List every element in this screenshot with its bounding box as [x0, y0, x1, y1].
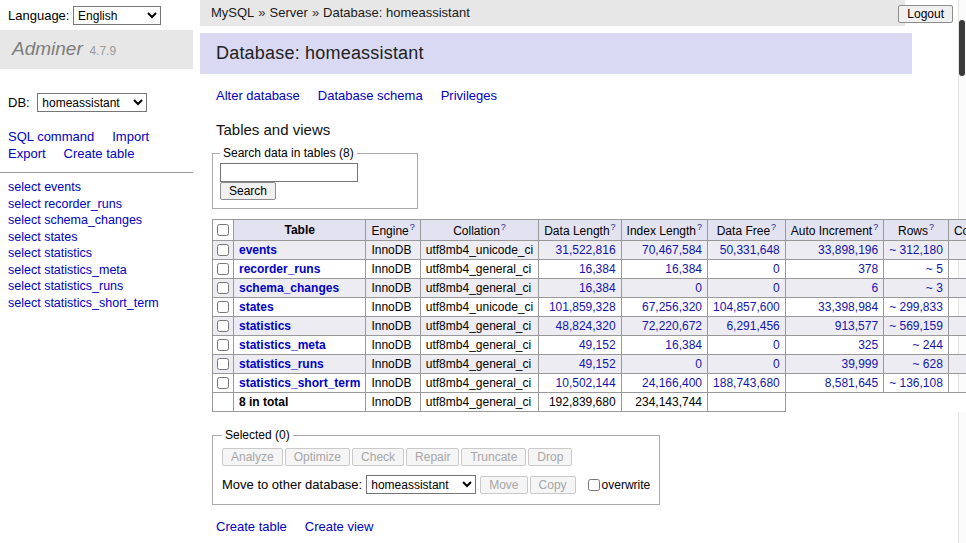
sidebar-item-create-table[interactable]: Create table: [64, 146, 135, 161]
analyze-button[interactable]: Analyze: [222, 448, 283, 466]
logout-button[interactable]: Logout: [898, 5, 953, 23]
col-header-data-length: Data Length?: [539, 220, 621, 241]
move-db-select[interactable]: homeassistant: [366, 475, 476, 494]
col-header-label: Index Length: [627, 224, 696, 238]
sidebar-item-select-statistics-short-term[interactable]: select statistics_short_term: [8, 297, 185, 310]
sidebar: Adminer 4.7.9 DB: homeassistant SQL comm…: [0, 30, 193, 313]
table-name-cell: schema_changes: [234, 279, 366, 298]
move-button[interactable]: Move: [480, 476, 527, 494]
comment-cell: [948, 317, 966, 336]
drop-button[interactable]: Drop: [528, 448, 572, 466]
rows-cell: ~ 136,108: [884, 374, 949, 393]
table-link-states[interactable]: states: [239, 300, 274, 314]
data-length-cell: 49,152: [539, 355, 621, 374]
total-cell: [884, 393, 949, 412]
row-checkbox-statistics-short-term[interactable]: [217, 377, 229, 389]
help-icon[interactable]: ?: [873, 222, 878, 232]
checkbox-cell: [213, 355, 234, 374]
engine-cell: InnoDB: [366, 279, 420, 298]
search-input[interactable]: [220, 163, 358, 182]
copy-button[interactable]: Copy: [530, 476, 576, 494]
sidebar-item-export[interactable]: Export: [8, 146, 46, 161]
index-length-cell: 0: [621, 279, 707, 298]
sidebar-item-sql-command[interactable]: SQL command: [8, 129, 94, 144]
table-link-events[interactable]: events: [239, 243, 277, 257]
row-checkbox-schema-changes[interactable]: [217, 282, 229, 294]
table-name-cell: statistics_short_term: [234, 374, 366, 393]
app-version: 4.7.9: [89, 44, 116, 58]
help-icon[interactable]: ?: [611, 222, 616, 232]
sidebar-item-select-statistics-runs[interactable]: select statistics_runs: [8, 280, 185, 293]
auto-increment-cell: 39,999: [785, 355, 883, 374]
search-button[interactable]: Search: [220, 182, 276, 200]
auto-increment-cell: 8,581,645: [785, 374, 883, 393]
data-free-cell: 104,857,600: [708, 298, 786, 317]
breadcrumb-separator: »: [258, 5, 265, 20]
language-select[interactable]: English: [73, 6, 161, 25]
table-row-statistics-meta: statistics_metaInnoDButf8mb4_general_ci4…: [213, 336, 966, 355]
engine-cell: InnoDB: [366, 374, 420, 393]
sidebar-item-select-recorder-runs[interactable]: select recorder_runs: [8, 198, 185, 211]
help-icon[interactable]: ?: [697, 222, 702, 232]
row-checkbox-statistics[interactable]: [217, 320, 229, 332]
alter-database-link[interactable]: Alter database: [216, 88, 300, 103]
sidebar-item-select-statistics[interactable]: select statistics: [8, 247, 185, 260]
privileges-link[interactable]: Privileges: [441, 88, 497, 103]
table-row-schema-changes: schema_changesInnoDButf8mb4_general_ci16…: [213, 279, 966, 298]
breadcrumb-mysql[interactable]: MySQL: [211, 5, 254, 20]
check-button[interactable]: Check: [352, 448, 404, 466]
help-icon[interactable]: ?: [929, 222, 934, 232]
row-checkbox-events[interactable]: [217, 244, 229, 256]
data-free-cell: 0: [708, 279, 786, 298]
db-select[interactable]: homeassistant: [37, 93, 147, 112]
sidebar-item-select-events[interactable]: select events: [8, 181, 185, 194]
checkbox-cell: [213, 279, 234, 298]
create-table-link[interactable]: Create table: [216, 519, 287, 534]
engine-cell: InnoDB: [366, 355, 420, 374]
sidebar-item-import[interactable]: Import: [112, 129, 149, 144]
breadcrumb-server[interactable]: Server: [270, 5, 308, 20]
collation-cell: utf8mb4_general_ci: [420, 279, 538, 298]
auto-increment-cell: 33,898,196: [785, 241, 883, 260]
help-icon[interactable]: ?: [410, 222, 415, 232]
rows-cell: ~ 244: [884, 336, 949, 355]
table-link-schema-changes[interactable]: schema_changes: [239, 281, 339, 295]
row-checkbox-states[interactable]: [217, 301, 229, 313]
data-length-cell: 49,152: [539, 336, 621, 355]
col-header-data-free: Data Free?: [708, 220, 786, 241]
total-cell: [708, 393, 786, 412]
database-schema-link[interactable]: Database schema: [318, 88, 423, 103]
scrollbar-thumb[interactable]: [959, 20, 965, 76]
table-link-statistics-meta[interactable]: statistics_meta: [239, 338, 326, 352]
select-all-checkbox[interactable]: [217, 224, 229, 236]
rows-cell: ~ 299,833: [884, 298, 949, 317]
repair-button[interactable]: Repair: [406, 448, 459, 466]
help-icon[interactable]: ?: [771, 222, 776, 232]
col-header-rows: Rows?: [884, 220, 949, 241]
auto-increment-cell: 6: [785, 279, 883, 298]
overwrite-checkbox[interactable]: [588, 479, 600, 491]
checkbox-cell: [213, 317, 234, 336]
sidebar-item-select-schema-changes[interactable]: select schema_changes: [8, 214, 185, 227]
row-checkbox-statistics-runs[interactable]: [217, 358, 229, 370]
row-checkbox-recorder-runs[interactable]: [217, 263, 229, 275]
search-fieldset: Search data in tables (8) Search: [212, 146, 418, 209]
table-link-recorder-runs[interactable]: recorder_runs: [239, 262, 320, 276]
table-link-statistics[interactable]: statistics: [239, 319, 291, 333]
optimize-button[interactable]: Optimize: [285, 448, 350, 466]
overwrite-label: overwrite: [602, 478, 651, 492]
auto-increment-cell: 33,398,984: [785, 298, 883, 317]
table-link-statistics-short-term[interactable]: statistics_short_term: [239, 376, 360, 390]
selected-legend: Selected (0): [222, 428, 293, 442]
total-cell: 8 in total: [234, 393, 366, 412]
sidebar-item-select-states[interactable]: select states: [8, 231, 185, 244]
truncate-button[interactable]: Truncate: [461, 448, 526, 466]
row-checkbox-statistics-meta[interactable]: [217, 339, 229, 351]
sidebar-item-select-statistics-meta[interactable]: select statistics_meta: [8, 264, 185, 277]
db-actions: Alter databaseDatabase schemaPrivileges: [216, 88, 912, 103]
table-link-statistics-runs[interactable]: statistics_runs: [239, 357, 324, 371]
rows-cell: ~ 569,159: [884, 317, 949, 336]
help-icon[interactable]: ?: [501, 222, 506, 232]
col-header-label: Data Free: [717, 224, 770, 238]
create-view-link[interactable]: Create view: [305, 519, 374, 534]
